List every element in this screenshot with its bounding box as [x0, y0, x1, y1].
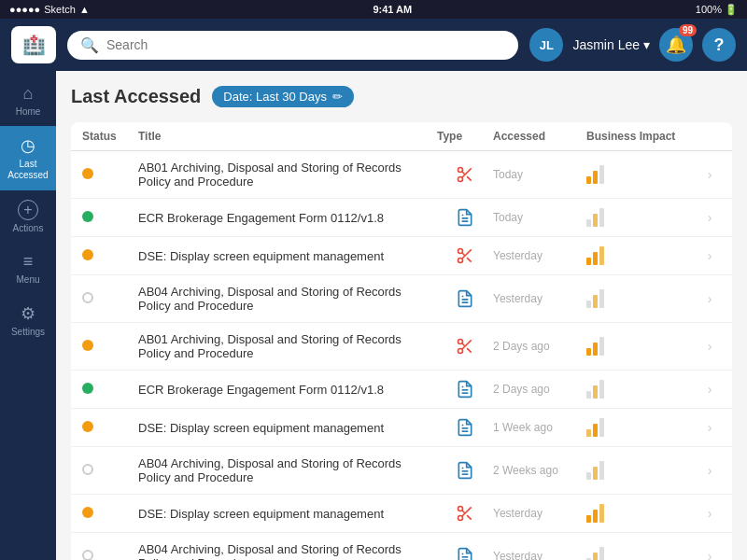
accessed-text: Yesterday [493, 507, 586, 520]
type-icon [437, 337, 493, 356]
row-chevron[interactable]: › [698, 463, 721, 478]
sidebar-label-settings: Settings [11, 327, 45, 337]
user-name: Jasmin Lee [572, 37, 640, 52]
sidebar-item-actions[interactable]: + Actions [0, 190, 56, 243]
type-icon [437, 289, 493, 308]
row-chevron[interactable]: › [698, 339, 721, 354]
impact-bar [586, 165, 604, 184]
svg-line-28 [467, 515, 472, 520]
search-input[interactable] [106, 37, 505, 52]
record-title: AB04 Archiving, Disposal and Storing of … [138, 456, 437, 484]
notification-button[interactable]: 🔔 99 [659, 28, 693, 62]
search-bar[interactable]: 🔍 [67, 31, 518, 60]
sidebar-item-settings[interactable]: ⚙ Settings [0, 294, 56, 346]
status-cell [82, 383, 138, 397]
sidebar-label-menu: Menu [16, 274, 39, 285]
table-row[interactable]: AB04 Archiving, Disposal and Storing of … [71, 275, 732, 323]
row-chevron[interactable]: › [698, 210, 721, 225]
notification-badge: 99 [679, 24, 697, 36]
date-badge-label: Date: Last 30 Days [223, 90, 327, 104]
impact-bar [586, 380, 604, 399]
page-header: Last Accessed Date: Last 30 Days ✏ [71, 86, 732, 107]
record-title: DSE: Display screen equipment management [138, 507, 437, 521]
record-title: AB04 Archiving, Disposal and Storing of … [138, 285, 437, 313]
type-icon [437, 418, 493, 437]
row-chevron[interactable]: › [698, 506, 721, 521]
table-row[interactable]: AB01 Archiving, Disposal and Storing of … [71, 151, 732, 199]
impact-cell [586, 289, 698, 308]
status-dot [82, 507, 93, 518]
row-chevron[interactable]: › [698, 248, 721, 263]
impact-cell [586, 208, 698, 227]
signal-icon: ●●●●● [9, 4, 40, 15]
impact-bar [586, 289, 604, 308]
accessed-text: 2 Days ago [493, 383, 586, 396]
row-chevron[interactable]: › [698, 382, 721, 397]
impact-bar [586, 418, 604, 437]
record-title: ECR Brokerage Engagement Form 0112/v1.8 [138, 211, 437, 225]
type-icon [437, 461, 493, 480]
sidebar-item-menu[interactable]: ≡ Menu [0, 243, 56, 294]
wifi-icon: ▲ [79, 4, 90, 15]
table-row[interactable]: AB04 Archiving, Disposal and Storing of … [71, 447, 732, 495]
search-icon: 🔍 [80, 36, 99, 54]
accessed-text: Today [493, 211, 586, 224]
table-row[interactable]: AB04 Archiving, Disposal and Storing of … [71, 533, 732, 560]
main-content: Last Accessed Date: Last 30 Days ✏ Statu… [56, 71, 747, 560]
status-cell [82, 340, 138, 354]
status-bar: ●●●●● Sketch ▲ 9:41 AM 100% 🔋 [0, 0, 747, 19]
status-dot [82, 168, 93, 179]
help-icon: ? [714, 35, 725, 55]
row-chevron[interactable]: › [698, 420, 721, 435]
accessed-text: 2 Weeks ago [493, 464, 586, 477]
table-row[interactable]: ECR Brokerage Engagement Form 0112/v1.82… [71, 371, 732, 409]
table-row[interactable]: DSE: Display screen equipment management… [71, 495, 732, 533]
svg-line-4 [462, 172, 465, 175]
accessed-text: Today [493, 168, 586, 181]
svg-point-26 [458, 516, 463, 521]
sidebar-label-actions: Actions [13, 223, 44, 233]
page-title: Last Accessed [71, 86, 201, 107]
status-cell [82, 421, 138, 435]
sidebar-label-last-accessed: LastAccessed [7, 159, 48, 181]
svg-point-8 [458, 259, 463, 263]
table-row[interactable]: DSE: Display screen equipment management… [71, 409, 732, 447]
col-accessed: Accessed [493, 130, 586, 143]
svg-line-18 [462, 343, 465, 346]
logo-icon: 🏥 [22, 34, 46, 56]
record-title: DSE: Display screen equipment management [138, 421, 437, 435]
impact-cell [586, 547, 698, 560]
row-chevron[interactable]: › [698, 549, 721, 560]
svg-point-0 [458, 168, 463, 173]
sidebar-item-last-accessed[interactable]: ◷ LastAccessed [0, 126, 56, 190]
record-title: AB01 Archiving, Disposal and Storing of … [138, 332, 437, 360]
row-chevron[interactable]: › [698, 291, 721, 306]
help-button[interactable]: ? [702, 28, 736, 62]
table-row[interactable]: ECR Brokerage Engagement Form 0112/v1.8T… [71, 199, 732, 237]
table-row[interactable]: DSE: Display screen equipment management… [71, 237, 732, 275]
col-impact: Business Impact [586, 130, 698, 143]
status-cell [82, 464, 138, 478]
status-dot [82, 340, 93, 351]
plus-icon: + [18, 200, 38, 220]
impact-bar [586, 337, 604, 356]
impact-cell [586, 461, 698, 480]
record-title: AB04 Archiving, Disposal and Storing of … [138, 542, 437, 560]
user-name-button[interactable]: Jasmin Lee ▾ [572, 37, 650, 52]
records-table: Status Title Type Accessed Business Impa… [71, 122, 732, 560]
type-icon [437, 547, 493, 560]
bell-icon: 🔔 [666, 35, 686, 55]
date-filter-badge[interactable]: Date: Last 30 Days ✏ [212, 86, 354, 107]
status-cell [82, 168, 138, 182]
col-title: Title [138, 130, 437, 143]
impact-cell [586, 380, 698, 399]
svg-point-25 [458, 507, 463, 511]
table-header: Status Title Type Accessed Business Impa… [71, 122, 732, 151]
col-status: Status [82, 130, 138, 143]
row-chevron[interactable]: › [698, 167, 721, 182]
sidebar-item-home[interactable]: ⌂ Home [0, 75, 56, 126]
status-dot [82, 292, 93, 303]
table-row[interactable]: AB01 Archiving, Disposal and Storing of … [71, 323, 732, 371]
status-dot [82, 464, 93, 475]
type-icon [437, 208, 493, 227]
